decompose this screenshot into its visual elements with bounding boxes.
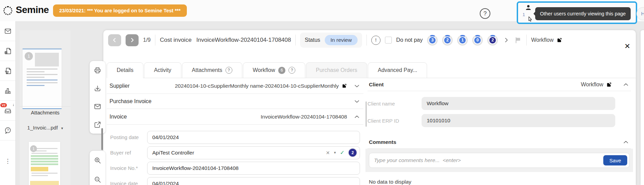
chevron-right-icon [129, 37, 136, 44]
viewer-scrollbar[interactable] [101, 128, 103, 150]
user-avatar[interactable]: H [636, 7, 644, 20]
workflow-step-badge-1[interactable]: 3 [427, 35, 438, 46]
workflow-step-badge-4[interactable]: 0 [472, 35, 483, 46]
adjacent-panel-edge [641, 30, 644, 185]
do-not-pay-checkbox[interactable] [385, 37, 392, 44]
buyer-ref-field[interactable]: ✕ ▾ ✓ 2 [147, 146, 360, 159]
page-number-badge: 1 [25, 52, 33, 60]
expand-steps-icon[interactable] [502, 36, 510, 44]
chevron-down-icon: ▾ [61, 126, 63, 130]
mouse-cursor-icon [526, 16, 534, 23]
sidebar-item-reports[interactable] [0, 81, 15, 101]
v2-down-arrow-icon: ↓ [13, 102, 15, 107]
question-icon[interactable]: ? [226, 67, 232, 74]
mail-icon [4, 27, 12, 35]
tab-purchase-orders: Purchase Orders [306, 62, 367, 78]
client-erp-id-row: Client ERP ID [368, 113, 631, 128]
question-icon[interactable]: ? [288, 67, 295, 74]
brand-name: Semine [16, 4, 49, 15]
environment-banner: 23/03/2021: *** You are logged on to Sem… [53, 4, 187, 17]
chevron-left-icon [111, 37, 118, 44]
alert-icon[interactable]: ! [371, 36, 381, 45]
inbox-icon [4, 107, 12, 114]
clear-icon[interactable]: ✕ [326, 150, 330, 156]
tab-activity[interactable]: Activity [144, 62, 181, 78]
invoice-date-input[interactable] [147, 177, 360, 185]
semine-logo-icon [3, 6, 12, 15]
comment-field: Save [369, 153, 630, 168]
document-thumbnail-panel: 1 Attachments 1_Invoic...pdf▾ 1 [20, 30, 70, 185]
previous-document-button[interactable] [108, 34, 121, 46]
tab-advanced-pay[interactable]: Advanced Pay... [368, 62, 427, 78]
client-workflow-link[interactable]: Workflow [581, 82, 612, 88]
sidebar-more-menu[interactable]: ⋮ [0, 158, 15, 165]
close-icon[interactable]: ✕ [624, 42, 630, 50]
invoice-form: Supplier 20240104-10-cSupplierMonthly na… [107, 78, 363, 185]
buyer-ref-row: Buyer ref ✕ ▾ ✓ 2 [110, 145, 363, 160]
collapse-comments-icon[interactable] [622, 138, 630, 146]
open-external-icon[interactable] [94, 121, 101, 128]
workflow-step-badge-3[interactable]: 1 [457, 35, 468, 46]
document-header: 1/9 Cost invoice InvoiceWorkflow-2024010… [103, 30, 636, 50]
tab-attachments[interactable]: Attachments ? [182, 62, 242, 78]
print-icon[interactable] [94, 66, 101, 74]
tab-workflow[interactable]: Workflow 6 ? [243, 62, 306, 78]
external-link-icon [606, 82, 612, 87]
page-thumbnail-selected[interactable]: 1 [23, 49, 62, 109]
supplier-section-row[interactable]: Supplier 20240104-10-cSupplierMonthly na… [107, 78, 363, 94]
sidebar-item-help[interactable] [0, 121, 15, 140]
status-group: Status In review [300, 33, 362, 48]
download-icon[interactable] [94, 85, 101, 92]
check-icon: ✓ [340, 149, 345, 156]
chevron-down-icon[interactable] [353, 82, 361, 90]
sidebar-item-invoices[interactable] [0, 41, 15, 61]
document-id: InvoiceWorkflow-20240104-1708408 [196, 37, 291, 44]
workflow-step-badge-5[interactable]: 2 [487, 35, 498, 46]
next-document-button[interactable] [126, 34, 139, 46]
client-panel: Client Workflow Client name Client ERP I… [368, 78, 631, 185]
invoice-no-input[interactable] [147, 162, 360, 175]
chevron-down-icon[interactable] [353, 98, 361, 105]
invoice-coins-icon [4, 47, 12, 55]
dropdown-caret-icon[interactable]: ▾ [334, 150, 336, 155]
help-icon[interactable]: ? [480, 8, 490, 19]
purchase-invoice-section-row[interactable]: Purchase Invoice [107, 94, 363, 109]
workflow-header-link[interactable]: Workflow [531, 37, 562, 43]
viewers-tooltip: Other users currently viewing this page [535, 7, 631, 20]
invoice-id-value: InvoiceWorkflow-20240104-1708408 [261, 114, 347, 120]
external-link-icon[interactable] [342, 83, 347, 88]
attachment-thumbnail[interactable]: 1 [29, 142, 60, 185]
comment-input[interactable] [374, 157, 592, 163]
buyer-ref-input[interactable] [152, 150, 322, 156]
client-header: Client Workflow [368, 78, 631, 91]
workflow-step-badge-2[interactable]: 2 [442, 35, 453, 46]
workflow-count-badge: 6 [278, 67, 285, 74]
do-not-pay-label: Do not pay [396, 37, 423, 43]
buyer-ref-count-badge[interactable]: 2 [349, 149, 357, 157]
send-mail-icon[interactable] [94, 103, 101, 110]
right-panel-scrollbar[interactable] [365, 101, 367, 127]
purchase-document-icon [4, 67, 12, 75]
save-button[interactable]: Save [603, 155, 627, 165]
chevron-up-icon[interactable] [353, 113, 361, 121]
posting-date-input[interactable] [147, 131, 360, 144]
flag-icon[interactable] [514, 36, 522, 44]
zoom-out-icon[interactable] [94, 176, 101, 183]
v2-badge: V2 [0, 103, 7, 107]
client-name-input [422, 97, 615, 110]
client-name-row: Client name [368, 96, 631, 111]
zoom-in-icon[interactable] [94, 157, 101, 164]
invoice-date-row: Invoice date [110, 176, 363, 185]
viewer-user-icon[interactable] [525, 4, 532, 11]
page-indicator: 1/9 [143, 37, 151, 43]
supplier-value: 20240104-10-cSupplierMonthly name-202401… [175, 83, 347, 89]
tab-details[interactable]: Details [107, 62, 143, 78]
attachments-title: Attachments [20, 110, 70, 115]
attachment-file-selector[interactable]: 1_Invoic...pdf▾ [20, 125, 70, 131]
sidebar-item-purchases[interactable] [0, 61, 15, 81]
comments-empty-state: No data to display [368, 179, 631, 185]
sidebar-item-inbox-v2[interactable]: V2 ↓ [0, 101, 15, 121]
sidebar-item-mail[interactable] [0, 21, 15, 41]
collapse-client-icon[interactable] [622, 81, 630, 88]
invoice-section-row[interactable]: Invoice InvoiceWorkflow-20240104-1708408 [107, 109, 363, 125]
